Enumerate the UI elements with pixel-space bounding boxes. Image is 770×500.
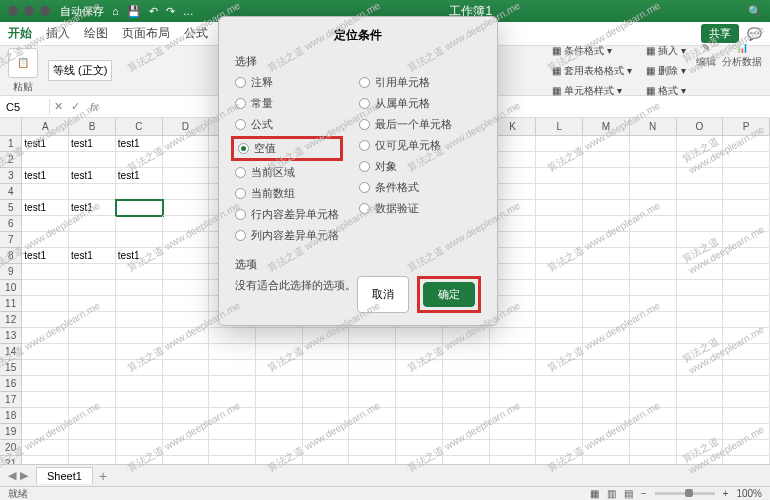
- cell[interactable]: [163, 360, 210, 376]
- cell[interactable]: [116, 232, 163, 248]
- col-header[interactable]: B: [69, 118, 116, 135]
- cell[interactable]: [630, 248, 677, 264]
- cell[interactable]: [163, 392, 210, 408]
- cell[interactable]: [630, 168, 677, 184]
- cell[interactable]: [583, 280, 630, 296]
- cell[interactable]: [583, 360, 630, 376]
- home-icon[interactable]: ⌂: [112, 5, 119, 18]
- cell[interactable]: [256, 360, 303, 376]
- share-button[interactable]: 共享: [701, 24, 739, 43]
- col-header[interactable]: A: [22, 118, 69, 135]
- cell[interactable]: [723, 136, 770, 152]
- radio-当前数组[interactable]: 当前数组: [235, 186, 339, 201]
- cell[interactable]: [677, 408, 724, 424]
- cell[interactable]: [303, 424, 350, 440]
- cell[interactable]: test1: [69, 200, 116, 216]
- cell[interactable]: [583, 440, 630, 456]
- cell[interactable]: [116, 392, 163, 408]
- cell[interactable]: [536, 184, 583, 200]
- cell[interactable]: [536, 440, 583, 456]
- cell[interactable]: [163, 168, 210, 184]
- cell[interactable]: [630, 440, 677, 456]
- cell[interactable]: [490, 360, 537, 376]
- cell[interactable]: [583, 376, 630, 392]
- cell[interactable]: [723, 248, 770, 264]
- cell[interactable]: [396, 424, 443, 440]
- cell[interactable]: [303, 360, 350, 376]
- cell[interactable]: [536, 360, 583, 376]
- comments-icon[interactable]: 💬: [747, 27, 762, 41]
- row-header[interactable]: 20: [0, 440, 22, 456]
- row-header[interactable]: 18: [0, 408, 22, 424]
- cell[interactable]: [723, 296, 770, 312]
- row-header[interactable]: 5: [0, 200, 22, 216]
- cell[interactable]: [490, 376, 537, 392]
- cell[interactable]: [490, 392, 537, 408]
- cell[interactable]: [69, 264, 116, 280]
- cell[interactable]: [630, 280, 677, 296]
- row-header[interactable]: 12: [0, 312, 22, 328]
- sheet-tab[interactable]: Sheet1: [36, 467, 93, 484]
- cell[interactable]: [163, 248, 210, 264]
- cell[interactable]: [443, 328, 490, 344]
- cell[interactable]: [536, 328, 583, 344]
- row-header[interactable]: 8: [0, 248, 22, 264]
- name-box[interactable]: C5: [0, 99, 50, 115]
- cell[interactable]: [396, 376, 443, 392]
- cell[interactable]: [723, 232, 770, 248]
- cell[interactable]: [163, 440, 210, 456]
- cell[interactable]: [536, 168, 583, 184]
- cell[interactable]: [396, 392, 443, 408]
- more-icon[interactable]: …: [183, 5, 194, 18]
- sheet-nav[interactable]: ◀▶: [8, 469, 28, 482]
- cell[interactable]: [163, 264, 210, 280]
- cell[interactable]: [677, 248, 724, 264]
- cell[interactable]: [69, 360, 116, 376]
- cell[interactable]: [69, 312, 116, 328]
- cell[interactable]: test1: [22, 248, 69, 264]
- cell[interactable]: [396, 328, 443, 344]
- edit-icon[interactable]: ✎: [702, 42, 710, 53]
- cell[interactable]: [69, 376, 116, 392]
- row-header[interactable]: 10: [0, 280, 22, 296]
- cell[interactable]: test1: [22, 168, 69, 184]
- cell[interactable]: [163, 424, 210, 440]
- row-header[interactable]: 6: [0, 216, 22, 232]
- cell[interactable]: [630, 216, 677, 232]
- tab-formula[interactable]: 公式: [184, 25, 208, 42]
- radio-公式[interactable]: 公式: [235, 117, 339, 132]
- radio-常量[interactable]: 常量: [235, 96, 339, 111]
- cell[interactable]: [677, 152, 724, 168]
- cell[interactable]: [163, 376, 210, 392]
- cell[interactable]: [22, 216, 69, 232]
- cell[interactable]: [443, 344, 490, 360]
- cell[interactable]: [303, 392, 350, 408]
- col-header[interactable]: L: [536, 118, 583, 135]
- cell[interactable]: [163, 200, 210, 216]
- fx-cancel-icon[interactable]: ✕: [50, 100, 67, 113]
- view-break-icon[interactable]: ▤: [624, 488, 633, 499]
- cell[interactable]: [349, 360, 396, 376]
- cell[interactable]: [22, 184, 69, 200]
- cell[interactable]: [116, 312, 163, 328]
- row-header[interactable]: 16: [0, 376, 22, 392]
- tab-draw[interactable]: 绘图: [84, 25, 108, 42]
- cell[interactable]: [723, 312, 770, 328]
- radio-仅可见单元格[interactable]: 仅可见单元格: [359, 138, 452, 153]
- cell[interactable]: [583, 264, 630, 280]
- cell[interactable]: [583, 232, 630, 248]
- quick-access-toolbar[interactable]: ⌂ 💾 ↶ ↷ …: [112, 5, 194, 18]
- cell[interactable]: [630, 392, 677, 408]
- cell[interactable]: [116, 152, 163, 168]
- cell[interactable]: [536, 344, 583, 360]
- cell[interactable]: [256, 328, 303, 344]
- cell[interactable]: [349, 408, 396, 424]
- cell[interactable]: test1: [116, 136, 163, 152]
- cell[interactable]: [630, 264, 677, 280]
- cell[interactable]: [723, 344, 770, 360]
- cell[interactable]: [22, 392, 69, 408]
- redo-icon[interactable]: ↷: [166, 5, 175, 18]
- cell[interactable]: [22, 424, 69, 440]
- cell[interactable]: [209, 424, 256, 440]
- cell[interactable]: [349, 344, 396, 360]
